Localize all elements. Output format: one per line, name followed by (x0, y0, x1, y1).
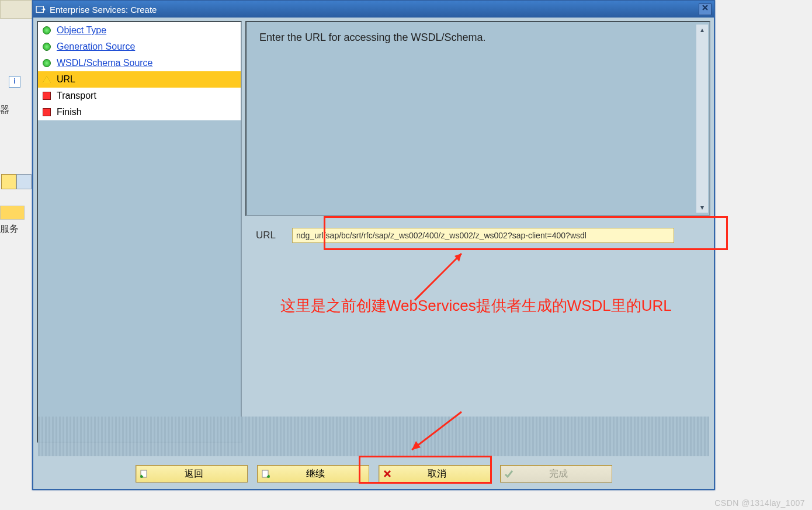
continue-button[interactable]: 继续 (257, 465, 369, 483)
back-button[interactable]: 返回 (136, 465, 248, 483)
step-transport: Transport (38, 88, 241, 104)
status-pending-icon (43, 92, 51, 100)
scroll-down-icon[interactable]: ▾ (697, 202, 707, 213)
finish-icon (503, 468, 515, 480)
title-bar: Enterprise Services: Create (33, 1, 714, 18)
button-label: 完成 (517, 468, 612, 480)
button-label: 取消 (395, 468, 490, 480)
step-label: WSDL/Schema Source (57, 58, 153, 68)
watermark: CSDN @1314lay_1007 (714, 498, 805, 508)
step-label: Object Type (57, 25, 106, 36)
status-complete-icon (43, 59, 51, 67)
instruction-panel: Enter the URL for accessing the WSDL/Sch… (245, 21, 710, 216)
button-bar: 返回 继续 取消 完成 (33, 462, 714, 485)
bg-label-1: 器 (0, 104, 9, 116)
step-wsdl-schema-source[interactable]: WSDL/Schema Source (38, 55, 241, 71)
bg-label-2: 服务 (0, 223, 19, 235)
bg-tool-icon (1, 174, 16, 189)
button-label: 继续 (274, 468, 369, 480)
step-label: Generation Source (57, 41, 135, 52)
step-label: Transport (57, 91, 96, 101)
dialog-enterprise-services-create: Enterprise Services: Create Object Type … (32, 0, 715, 490)
cancel-icon (381, 468, 393, 480)
bg-highlight (0, 206, 25, 220)
step-url[interactable]: URL (38, 71, 241, 88)
info-icon: i (9, 76, 20, 88)
decorative-texture (38, 417, 709, 456)
svg-point-4 (268, 476, 270, 478)
step-label: URL (57, 74, 75, 85)
scrollbar[interactable]: ▴ ▾ (696, 25, 708, 213)
bg-binoculars-icon (16, 174, 32, 189)
continue-icon (260, 468, 272, 480)
form-panel: URL (245, 220, 710, 443)
svg-point-2 (140, 476, 143, 478)
close-button[interactable] (699, 4, 712, 15)
cancel-button[interactable]: 取消 (379, 465, 491, 483)
instruction-text: Enter the URL for accessing the WSDL/Sch… (259, 32, 486, 43)
dialog-title: Enterprise Services: Create (50, 5, 699, 15)
step-label: Finish (57, 107, 82, 117)
status-complete-icon (43, 26, 51, 34)
step-finish: Finish (38, 104, 241, 120)
step-object-type[interactable]: Object Type (38, 22, 241, 39)
url-input[interactable] (292, 228, 674, 243)
status-complete-icon (43, 43, 51, 51)
step-generation-source[interactable]: Generation Source (38, 39, 241, 55)
bg-toolbar (0, 0, 33, 19)
status-current-icon (43, 76, 51, 83)
finish-button: 完成 (500, 465, 612, 483)
scroll-up-icon[interactable]: ▴ (697, 25, 707, 35)
button-label: 返回 (152, 468, 247, 480)
status-pending-icon (43, 108, 51, 116)
dialog-icon (36, 5, 46, 13)
back-icon (138, 468, 150, 480)
wizard-step-list: Object Type Generation Source WSDL/Schem… (37, 21, 242, 443)
url-label: URL (256, 230, 276, 241)
